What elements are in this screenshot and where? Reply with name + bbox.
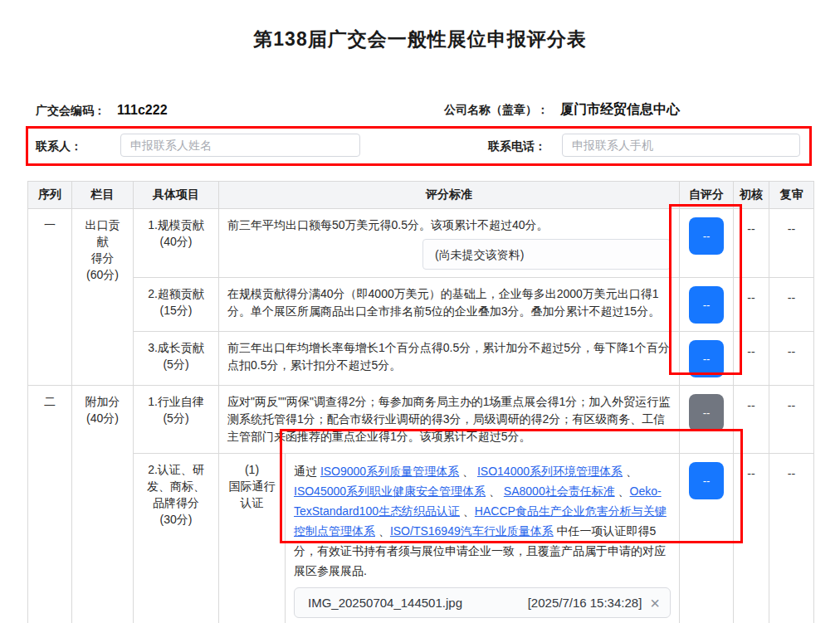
self-score-cell: -- [680, 209, 734, 278]
seq-cell: 二 [28, 386, 72, 623]
header-cell: 评分标准 [219, 182, 680, 209]
item-cell: 3.成长贡献 (5分) [134, 332, 219, 386]
initial-review-cell: -- [734, 278, 769, 332]
table-row: 2.认证、研 发、商标、 品牌得分 (30分)(1) 国际通行 认证通过 ISO… [28, 454, 814, 623]
self-score-button[interactable]: -- [689, 286, 724, 324]
header-cell: 栏目 [72, 182, 134, 209]
subitem-cell: (1) 国际通行 认证 [219, 454, 286, 623]
initial-review-cell: -- [734, 454, 769, 623]
self-score-button[interactable]: -- [689, 217, 724, 255]
initial-review-cell: -- [734, 209, 769, 278]
self-score-cell: -- [680, 454, 734, 623]
final-review-cell: -- [769, 332, 814, 386]
final-review-cell: -- [769, 278, 814, 332]
attachment-item: IMG_20250704_144501.jpg[2025/7/16 15:34:… [294, 587, 671, 618]
initial-review-cell: -- [734, 332, 769, 386]
remove-attachment-icon[interactable]: × [650, 595, 660, 611]
company-name-label: 公司名称（盖章）： [444, 103, 549, 118]
item-cell: 1.规模贡献 (40分) [134, 209, 219, 278]
no-material-note: (尚未提交该资料) [422, 239, 671, 270]
application-scoring-page: 第138届广交会一般性展位申报评分表 广交会编码： 111c222 公司名称（盖… [0, 0, 840, 623]
initial-review-cell: -- [734, 386, 769, 454]
company-name-group: 公司名称（盖章）： 厦门市经贸信息中心 [444, 101, 680, 119]
criteria-cell: 在规模贡献得分满40分（即4000万美元）的基础上，企业每多出2000万美元出口… [219, 278, 680, 332]
contact-name-label: 联系人： [36, 139, 82, 154]
table-row: 2.超额贡献 (15分)在规模贡献得分满40分（即4000万美元）的基础上，企业… [28, 278, 814, 332]
criteria-text: 前三年平均出口额每50万美元得0.5分。该项累计不超过40分。 [227, 217, 671, 234]
item-cell: 1.行业自律 (5分) [134, 386, 219, 454]
fair-code-value: 111c222 [117, 103, 168, 118]
header-cell: 具体项目 [134, 182, 219, 209]
header-cell: 复审 [769, 182, 814, 209]
self-score-button[interactable]: -- [689, 340, 724, 377]
criteria-cell: 前三年平均出口额每50万美元得0.5分。该项累计不超过40分。(尚未提交该资料) [219, 209, 680, 278]
certification-link[interactable]: ISO14000系列环境管理体系 [477, 465, 623, 478]
certification-link[interactable]: ISO/TS16949汽车行业质量体系 [390, 524, 554, 538]
final-review-cell: -- [769, 386, 814, 454]
criteria-text: 应对"两反""两保"调查得2分；每参加商务局主办的1场重点展会得1分；加入外贸运… [227, 393, 671, 445]
seq-cell: 一 [28, 209, 72, 386]
certification-link[interactable]: ISO45000系列职业健康安全管理体系 [294, 484, 486, 498]
criteria-text: 前三年出口年均增长率每增长1个百分点得0.5分，累计加分不超过5分，每下降1个百… [227, 339, 671, 374]
self-score-cell: -- [680, 332, 734, 386]
company-name-value: 厦门市经贸信息中心 [560, 101, 680, 119]
attachment-filename: IMG_20250704_144501.jpg [308, 595, 462, 611]
item-cell: 2.认证、研 发、商标、 品牌得分 (30分) [134, 454, 219, 623]
header-cell: 序列 [28, 182, 72, 209]
criteria-cell: 应对"两反""两保"调查得2分；每参加商务局主办的1场重点展会得1分；加入外贸运… [219, 386, 680, 454]
category-cell: 附加分 (40分) [72, 386, 134, 623]
self-score-cell: -- [680, 278, 734, 332]
fair-code-group: 广交会编码： 111c222 [36, 103, 168, 119]
header-cell: 初核 [734, 182, 769, 209]
attachment-timestamp: [2025/7/16 15:34:28] [528, 595, 642, 611]
self-score-button[interactable]: -- [689, 394, 724, 431]
category-cell: 出口贡献 得分 (60分) [72, 209, 134, 386]
final-review-cell: -- [769, 454, 814, 623]
criteria-text: 通过 ISO9000系列质量管理体系 、 ISO14000系列环境管理体系 、I… [294, 461, 671, 581]
final-review-cell: -- [769, 209, 814, 278]
table-row: 一出口贡献 得分 (60分)1.规模贡献 (40分)前三年平均出口额每50万美元… [28, 209, 814, 278]
score-table: 序列栏目具体项目评分标准自评分初核复审 一出口贡献 得分 (60分)1.规模贡献… [27, 181, 814, 623]
page-title: 第138届广交会一般性展位申报评分表 [0, 27, 840, 52]
criteria-cell: 前三年出口年均增长率每增长1个百分点得0.5分，累计加分不超过5分，每下降1个百… [219, 332, 680, 386]
self-score-cell: -- [680, 386, 734, 454]
score-table-header-row: 序列栏目具体项目评分标准自评分初核复审 [28, 182, 814, 209]
fair-code-label: 广交会编码： [36, 104, 105, 119]
criteria-text: 在规模贡献得分满40分（即4000万美元）的基础上，企业每多出2000万美元出口… [227, 285, 671, 320]
table-row: 3.成长贡献 (5分)前三年出口年均增长率每增长1个百分点得0.5分，累计加分不… [28, 332, 814, 386]
certification-link[interactable]: ISO9000系列质量管理体系 [320, 465, 459, 478]
contact-phone-label: 联系电话： [488, 139, 546, 154]
header-cell: 自评分 [680, 182, 734, 209]
contact-phone-input[interactable] [562, 134, 800, 157]
certification-link[interactable]: SA8000社会责任标准 [504, 484, 615, 498]
table-row: 二附加分 (40分)1.行业自律 (5分)应对"两反""两保"调查得2分；每参加… [28, 386, 814, 454]
criteria-cell: 通过 ISO9000系列质量管理体系 、 ISO14000系列环境管理体系 、I… [286, 454, 680, 623]
attachment-list: IMG_20250704_144501.jpg[2025/7/16 15:34:… [294, 587, 671, 623]
item-cell: 2.超额贡献 (15分) [134, 278, 219, 332]
self-score-button[interactable]: -- [689, 462, 724, 499]
contact-name-input[interactable] [120, 134, 360, 157]
